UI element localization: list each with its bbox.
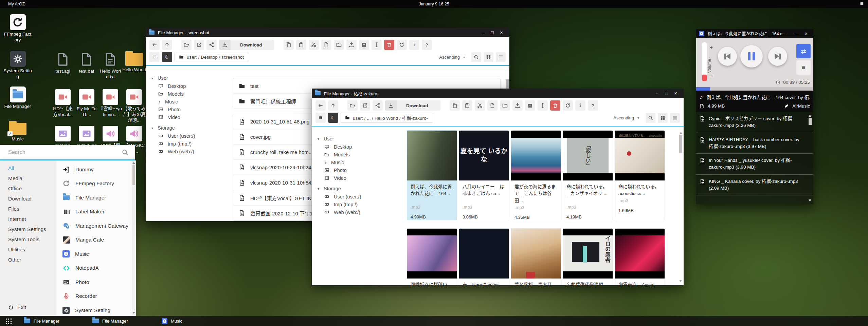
playlist-item[interactable]: KING _ Kanaria cover. by 柘榴-zakuro-.mp3 … (696, 175, 813, 196)
desktop-icon-music[interactable]: ↗ Music (3, 123, 32, 142)
scroll-down-icon[interactable] (809, 199, 811, 202)
app-item-photo[interactable]: Photo (56, 275, 136, 289)
sidebar-item-music[interactable]: ♪Music (146, 98, 230, 106)
sidebar-item-models[interactable]: Models (146, 90, 230, 98)
sidebar-toggle-button[interactable]: ≡ (149, 52, 160, 62)
search-button[interactable] (471, 52, 481, 62)
volume-up-icon[interactable]: + (710, 44, 713, 50)
app-item-music[interactable]: Music (56, 247, 136, 261)
file-card[interactable]: 君が夜の海に還るまで _ こんにちは谷田....mp34.35MB (511, 130, 561, 220)
paste-button[interactable] (462, 100, 472, 111)
category-other[interactable]: Other (0, 255, 56, 265)
sidebar-item-user-drive[interactable]: User (user:/) (312, 193, 405, 200)
app-item-label-maker[interactable]: Label Maker (56, 205, 136, 219)
refresh-button[interactable] (397, 40, 407, 50)
desktop-icon-system-setting[interactable]: System Setting (3, 51, 32, 80)
category-utilities[interactable]: Utilities (0, 245, 56, 255)
back-button[interactable] (315, 100, 326, 111)
share-button[interactable] (206, 40, 217, 50)
app-list-scrollbar[interactable] (132, 160, 136, 316)
repeat-button[interactable]: ⇄ (796, 44, 811, 58)
category-office[interactable]: Office (0, 184, 56, 194)
category-files[interactable]: Files (0, 204, 56, 214)
desktop-file-video[interactable]: 『雪峰～yukimin... (98, 89, 122, 118)
desktop-file-video[interactable]: Fly Me To Th... (75, 89, 98, 118)
sidebar-group-storage[interactable]: ▾Storage (312, 185, 405, 193)
desktop-file-video[interactable]: HD⁶⁰【東方Vocal... (51, 89, 75, 118)
up-button[interactable] (328, 100, 338, 111)
dark-mode-button[interactable]: ☾ (328, 113, 338, 123)
desktop-file[interactable]: test.bat (75, 52, 98, 74)
app-launcher-icon[interactable] (5, 318, 12, 324)
open-button[interactable] (181, 40, 192, 50)
search-input[interactable]: Search (0, 145, 135, 160)
sidebar-item-tmp-drive[interactable]: tmp (tmp:/) (146, 140, 230, 148)
app-item-file-manager[interactable]: File Manager (56, 191, 136, 205)
file-card[interactable]: 幽霊東京 _ Ayase... (615, 228, 665, 285)
minimize-button[interactable]: – (653, 91, 662, 96)
minimize-button[interactable]: – (792, 31, 801, 36)
info-button[interactable]: i (575, 100, 585, 111)
next-button[interactable] (768, 47, 787, 66)
desktop-folder[interactable]: Hello World (122, 53, 146, 73)
hamburger-menu-icon[interactable]: ≡ (860, 1, 863, 6)
volume-down-icon[interactable]: − (710, 73, 713, 79)
volume-handle[interactable] (702, 75, 707, 81)
new-file-button[interactable] (321, 40, 331, 50)
download-button[interactable]: Download (219, 40, 274, 50)
sidebar-item-models[interactable]: Models (312, 151, 405, 158)
sidebar-item-web-drive[interactable]: Web (web:/) (312, 208, 405, 216)
file-card[interactable]: 四季折々に揺蕩い... (407, 228, 457, 285)
delete-button[interactable] (550, 100, 560, 111)
exit-button[interactable]: Exit (8, 304, 26, 310)
grid-view-button[interactable] (658, 113, 668, 123)
scroll-up-icon[interactable] (680, 132, 682, 134)
open-external-button[interactable] (194, 40, 204, 50)
open-external-button[interactable] (360, 100, 370, 111)
new-file-button[interactable] (487, 100, 498, 111)
app-item-ffmpeg-factory[interactable]: FFmpeg Factory (56, 177, 136, 191)
close-button[interactable]: × (671, 91, 680, 96)
category-media[interactable]: Media (0, 173, 56, 184)
volume-slider[interactable] (702, 42, 707, 81)
new-folder-button[interactable] (500, 100, 510, 111)
progress-bar[interactable] (696, 87, 813, 91)
help-button[interactable]: ? (588, 100, 598, 111)
sidebar-item-photo[interactable]: Photo (146, 106, 230, 113)
sidebar-item-photo[interactable]: Photo (312, 166, 405, 174)
breadcrumb[interactable]: user: / ... / Hello World / 柘榴-zakuro- (341, 113, 432, 123)
new-folder-button[interactable] (334, 40, 344, 50)
file-card[interactable]: 夢と葉桜 _ 青木月... (511, 228, 561, 285)
desktop-file-video[interactable]: 【歌ってみた】あの夏が飽... (122, 89, 146, 123)
app-item-notepada[interactable]: NotepadA (56, 261, 136, 275)
sort-dropdown[interactable]: Ascending▾ (609, 113, 643, 122)
category-internet[interactable]: Internet (0, 214, 56, 224)
taskbar-item-music[interactable]: Music (162, 318, 182, 324)
sidebar-item-web-drive[interactable]: Web (web:/) (146, 148, 230, 155)
up-button[interactable] (162, 40, 172, 50)
maximize-button[interactable]: □ (662, 91, 671, 96)
title-bar[interactable]: File Manager - 柘榴-zakuro- – □ × (312, 89, 684, 98)
category-system-tools[interactable]: System Tools (0, 234, 56, 245)
sidebar-item-user-drive[interactable]: User (user:/) (146, 132, 230, 140)
desktop-icon-ffmpeg-factory[interactable]: FFmpeg Factory (3, 14, 32, 43)
paste-button[interactable] (296, 40, 306, 50)
title-bar[interactable]: 例えば、今此処に置かれた花に _ 164 c⋯ – × (696, 29, 813, 38)
maximize-button[interactable]: □ (488, 30, 497, 35)
upload-button[interactable] (346, 40, 357, 50)
sort-dropdown[interactable]: Ascending▾ (435, 52, 469, 62)
minimize-button[interactable]: – (478, 30, 488, 35)
file-card[interactable]: イロの愚者 妄想感傷代償連盟... (563, 228, 613, 285)
refresh-button[interactable] (563, 100, 573, 111)
list-view-button[interactable] (670, 113, 680, 123)
taskbar-item-file-manager-1[interactable]: File Manager (24, 319, 59, 324)
sidebar-toggle-button[interactable]: ≡ (315, 113, 326, 123)
file-card[interactable]: 「寂しい」 命に嫌われている。_ カンザキイオリ ....mp34.19MB (563, 130, 613, 220)
app-item-dummy[interactable]: Dummy (56, 162, 136, 177)
grid-view-button[interactable] (484, 52, 493, 62)
info-button[interactable]: i (409, 40, 419, 50)
back-button[interactable] (149, 40, 160, 50)
scrollbar[interactable] (679, 131, 683, 283)
sidebar-group-user[interactable]: ▾User (312, 135, 405, 143)
upload-button[interactable] (512, 100, 523, 111)
